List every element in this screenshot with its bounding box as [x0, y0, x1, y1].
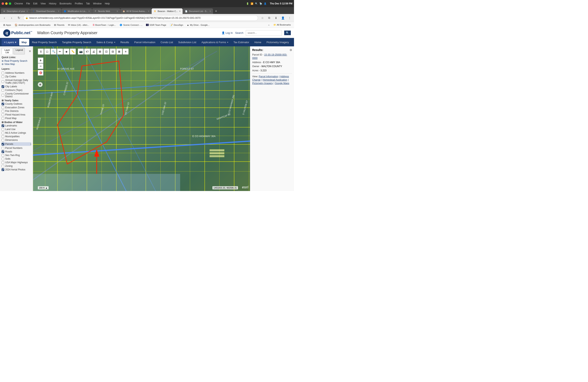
- maximize-button[interactable]: [9, 2, 11, 5]
- nav-home[interactable]: Home: [252, 39, 264, 46]
- layer-checkbox-flood-hazard[interactable]: [1, 114, 4, 116]
- tab-close-flex[interactable]: ×: [116, 10, 118, 13]
- nav-map-button[interactable]: Map: [19, 39, 29, 46]
- layer-checkbox-zoning[interactable]: [1, 165, 4, 167]
- map-measure-tool[interactable]: 📏: [70, 49, 76, 55]
- close-button[interactable]: [1, 2, 4, 5]
- layer-city-labels[interactable]: City Labels: [1, 85, 31, 88]
- layer-sec-twn-rng[interactable]: Sec-Twn-Rng: [1, 154, 31, 157]
- tab-flexmls[interactable]: F flexmls Web ×: [92, 8, 120, 14]
- layer-checkbox-flood-map[interactable]: [1, 117, 4, 120]
- bookmark-destin[interactable]: 🏠 destinproperties.com Bookmarks: [13, 23, 52, 27]
- nav-condo-list[interactable]: Condo List: [158, 39, 175, 46]
- layer-checkbox-sec-twn-rng[interactable]: [1, 154, 4, 157]
- layer-fire-districts[interactable]: Fire Districts: [1, 110, 31, 113]
- nav-subdivision[interactable]: Subdivision List: [176, 39, 199, 46]
- url-bar[interactable]: 🔒 beacon.schneidercorp.com/Application.a…: [23, 15, 258, 21]
- tab-close-download[interactable]: ×: [58, 10, 59, 13]
- tab-close-grove[interactable]: ×: [148, 10, 149, 13]
- bookmark-scenic[interactable]: 🔷 Scenic Connect - ...: [118, 23, 144, 27]
- layer-address-numbers[interactable]: Address Numbers: [1, 72, 31, 74]
- zoom-in-button[interactable]: +: [38, 57, 43, 63]
- nav-tax-estimator[interactable]: Tax Estimator: [231, 39, 252, 46]
- nav-sales-comp[interactable]: Sales & Comp: [94, 39, 118, 46]
- map-tool-extra1[interactable]: ⊞: [97, 49, 103, 55]
- layer-mls-active[interactable]: MLS Active Listings: [1, 132, 31, 134]
- search-input[interactable]: [246, 30, 282, 36]
- bookmark-inbox[interactable]: ✉ Inbox (14) - ellen...: [66, 23, 91, 27]
- tab-legend[interactable]: Legend: [14, 48, 25, 54]
- bookmark-ssir[interactable]: S SSIR Team Page: [144, 23, 168, 27]
- quick-link-real-property[interactable]: ⊛ Real Property Search: [1, 59, 31, 62]
- layer-evacuation-zones[interactable]: Evacuation Zones: [1, 106, 31, 109]
- layer-flood-map[interactable]: Flood Map: [1, 117, 31, 120]
- layers-button[interactable]: ≡ Layers ▾: [1, 39, 19, 46]
- layer-parcels[interactable]: Parcels ℹ: [1, 142, 31, 146]
- map-area[interactable]: W GROVE AVE FOREST ST NIGHTCAP ST ROSEWA…: [33, 46, 250, 191]
- all-bookmarks[interactable]: 📁 All Bookmarks: [272, 23, 293, 27]
- star-button[interactable]: ☆: [260, 15, 265, 21]
- layer-checkbox-soils[interactable]: [1, 158, 4, 160]
- extension-button[interactable]: ⧉: [266, 15, 272, 21]
- new-tab-button[interactable]: +: [213, 8, 219, 14]
- bookmark-gdrive[interactable]: ▲ My Drive - Google...: [185, 23, 211, 27]
- view-parcel-info-link[interactable]: Parcel Information: [259, 75, 278, 78]
- back-button[interactable]: ‹: [1, 15, 7, 21]
- layer-aadt[interactable]: Annual Average Daily Traffic (SECTADT): [1, 79, 31, 84]
- layer-info-icon-parcels[interactable]: ℹ: [30, 143, 31, 145]
- nav-results[interactable]: Results: [118, 39, 131, 46]
- layer-checkbox-parcel-numbers[interactable]: [1, 147, 4, 150]
- layer-flood-hazard[interactable]: Flood Hazard Area: [1, 113, 31, 116]
- layer-land-use[interactable]: Land Use: [1, 128, 31, 131]
- tab-close-beacon[interactable]: ×: [179, 10, 181, 13]
- bookmark-flexmls[interactable]: ⊞ Flexmls: [52, 23, 66, 27]
- layer-2024-aerial[interactable]: 2024 Aerial Photos: [1, 168, 31, 171]
- layer-roads[interactable]: Roads: [1, 150, 31, 153]
- layer-checkbox-aadt[interactable]: [1, 80, 4, 83]
- tab-doclist[interactable]: 📄 Document List - S... ×: [183, 8, 213, 14]
- map-tool-extra3[interactable]: ⊟: [110, 49, 116, 55]
- results-close-button[interactable]: ⊙: [290, 48, 292, 52]
- layer-contours[interactable]: Contours (Topo): [1, 89, 31, 92]
- layer-checkbox-county-outlines[interactable]: [1, 103, 4, 105]
- layer-county-outlines[interactable]: County Outlines: [1, 102, 31, 105]
- quick-link-view-map[interactable]: ⊛ View Map: [1, 63, 31, 66]
- layer-checkbox-municipalities[interactable]: [1, 135, 4, 138]
- reload-button[interactable]: ↻: [16, 15, 21, 21]
- map-select-tool[interactable]: ◻: [44, 49, 50, 55]
- bookmark-apps[interactable]: ⊞ Apps: [1, 23, 13, 27]
- map-tool-extra2[interactable]: ⊡: [104, 49, 109, 55]
- layer-checkbox-usa-highways[interactable]: [1, 161, 4, 164]
- map-search-tool[interactable]: 🔍: [51, 49, 57, 55]
- nav-tangible[interactable]: Tangible Property Search: [60, 39, 94, 46]
- layer-soils[interactable]: Soils: [1, 157, 31, 160]
- tab-modification[interactable]: 🔵 Modification to Lis... ×: [62, 8, 92, 14]
- layer-zip-codes[interactable]: Zip Codes: [1, 75, 31, 78]
- layer-checkbox-county-commissioner[interactable]: [1, 94, 4, 96]
- zoom-out-button[interactable]: −: [38, 63, 43, 69]
- view-pictometry-link[interactable]: Pictometry Imagery: [252, 82, 273, 85]
- layer-checkbox-zip-codes[interactable]: [1, 75, 4, 78]
- layer-landmarks[interactable]: Landmarks: [1, 124, 31, 127]
- nav-applications[interactable]: Applications & Forms: [199, 39, 231, 46]
- map-tool-extra5[interactable]: ≡: [123, 49, 129, 55]
- profile-button[interactable]: 👤: [280, 15, 286, 21]
- layer-checkbox-fire-districts[interactable]: [1, 110, 4, 113]
- layer-checkbox-address-numbers[interactable]: [1, 72, 4, 74]
- layer-checkbox-mls-active[interactable]: [1, 132, 4, 134]
- layer-checkbox-dimensions[interactable]: [1, 139, 4, 141]
- map-draw-tool[interactable]: ✏: [57, 49, 63, 55]
- nav-real-property[interactable]: Real Property Search: [30, 39, 59, 46]
- map-erase-tool[interactable]: ◈: [63, 49, 69, 55]
- tab-close-mod[interactable]: ×: [88, 10, 90, 13]
- view-google-maps-link[interactable]: Google Maps: [275, 82, 289, 85]
- layer-usa-highways[interactable]: USA Major Highways: [1, 161, 31, 164]
- layer-checkbox-land-use[interactable]: [1, 128, 4, 131]
- tab-gmail[interactable]: ✉ Description of your ×: [1, 8, 30, 14]
- menu-button[interactable]: ⋮: [287, 15, 293, 21]
- map-info-tool[interactable]: ℹ: [38, 49, 44, 55]
- layer-checkbox-roads[interactable]: [1, 151, 4, 153]
- map-label-tool[interactable]: 🏷: [84, 49, 90, 55]
- layer-checkbox-2024-aerial[interactable]: [1, 169, 4, 171]
- minimize-button[interactable]: [5, 2, 8, 5]
